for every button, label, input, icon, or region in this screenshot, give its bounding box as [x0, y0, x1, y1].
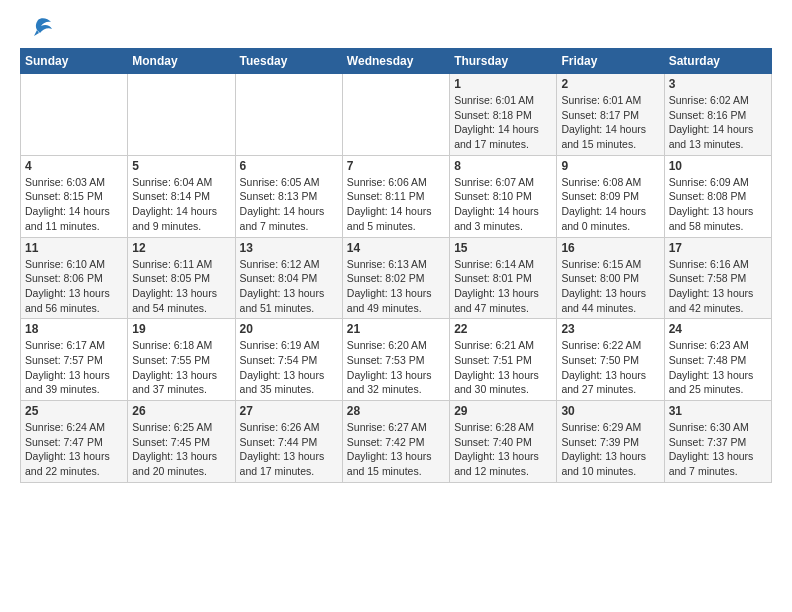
- day-info: Sunrise: 6:23 AM Sunset: 7:48 PM Dayligh…: [669, 338, 767, 397]
- weekday-header-saturday: Saturday: [664, 49, 771, 74]
- calendar-cell: 2Sunrise: 6:01 AM Sunset: 8:17 PM Daylig…: [557, 74, 664, 156]
- day-number: 11: [25, 241, 123, 255]
- day-info: Sunrise: 6:19 AM Sunset: 7:54 PM Dayligh…: [240, 338, 338, 397]
- calendar-cell: 1Sunrise: 6:01 AM Sunset: 8:18 PM Daylig…: [450, 74, 557, 156]
- calendar-week-4: 18Sunrise: 6:17 AM Sunset: 7:57 PM Dayli…: [21, 319, 772, 401]
- calendar-cell: [342, 74, 449, 156]
- calendar-cell: 23Sunrise: 6:22 AM Sunset: 7:50 PM Dayli…: [557, 319, 664, 401]
- day-info: Sunrise: 6:01 AM Sunset: 8:18 PM Dayligh…: [454, 93, 552, 152]
- weekday-header-tuesday: Tuesday: [235, 49, 342, 74]
- calendar-week-3: 11Sunrise: 6:10 AM Sunset: 8:06 PM Dayli…: [21, 237, 772, 319]
- calendar-cell: 26Sunrise: 6:25 AM Sunset: 7:45 PM Dayli…: [128, 401, 235, 483]
- day-info: Sunrise: 6:27 AM Sunset: 7:42 PM Dayligh…: [347, 420, 445, 479]
- calendar-cell: [235, 74, 342, 156]
- day-number: 8: [454, 159, 552, 173]
- day-info: Sunrise: 6:10 AM Sunset: 8:06 PM Dayligh…: [25, 257, 123, 316]
- calendar-week-2: 4Sunrise: 6:03 AM Sunset: 8:15 PM Daylig…: [21, 155, 772, 237]
- day-info: Sunrise: 6:21 AM Sunset: 7:51 PM Dayligh…: [454, 338, 552, 397]
- day-info: Sunrise: 6:16 AM Sunset: 7:58 PM Dayligh…: [669, 257, 767, 316]
- day-info: Sunrise: 6:01 AM Sunset: 8:17 PM Dayligh…: [561, 93, 659, 152]
- day-info: Sunrise: 6:11 AM Sunset: 8:05 PM Dayligh…: [132, 257, 230, 316]
- calendar-week-5: 25Sunrise: 6:24 AM Sunset: 7:47 PM Dayli…: [21, 401, 772, 483]
- weekday-header-friday: Friday: [557, 49, 664, 74]
- day-number: 18: [25, 322, 123, 336]
- page: SundayMondayTuesdayWednesdayThursdayFrid…: [0, 0, 792, 493]
- day-info: Sunrise: 6:08 AM Sunset: 8:09 PM Dayligh…: [561, 175, 659, 234]
- day-number: 10: [669, 159, 767, 173]
- calendar-cell: 19Sunrise: 6:18 AM Sunset: 7:55 PM Dayli…: [128, 319, 235, 401]
- day-number: 12: [132, 241, 230, 255]
- day-number: 30: [561, 404, 659, 418]
- day-number: 3: [669, 77, 767, 91]
- day-number: 4: [25, 159, 123, 173]
- calendar-cell: 9Sunrise: 6:08 AM Sunset: 8:09 PM Daylig…: [557, 155, 664, 237]
- day-number: 23: [561, 322, 659, 336]
- day-number: 20: [240, 322, 338, 336]
- calendar-cell: 3Sunrise: 6:02 AM Sunset: 8:16 PM Daylig…: [664, 74, 771, 156]
- day-info: Sunrise: 6:15 AM Sunset: 8:00 PM Dayligh…: [561, 257, 659, 316]
- calendar-cell: 8Sunrise: 6:07 AM Sunset: 8:10 PM Daylig…: [450, 155, 557, 237]
- day-number: 9: [561, 159, 659, 173]
- day-info: Sunrise: 6:20 AM Sunset: 7:53 PM Dayligh…: [347, 338, 445, 397]
- calendar-cell: 16Sunrise: 6:15 AM Sunset: 8:00 PM Dayli…: [557, 237, 664, 319]
- day-info: Sunrise: 6:13 AM Sunset: 8:02 PM Dayligh…: [347, 257, 445, 316]
- day-number: 17: [669, 241, 767, 255]
- day-info: Sunrise: 6:03 AM Sunset: 8:15 PM Dayligh…: [25, 175, 123, 234]
- calendar-cell: 20Sunrise: 6:19 AM Sunset: 7:54 PM Dayli…: [235, 319, 342, 401]
- calendar-cell: 7Sunrise: 6:06 AM Sunset: 8:11 PM Daylig…: [342, 155, 449, 237]
- day-number: 13: [240, 241, 338, 255]
- day-info: Sunrise: 6:18 AM Sunset: 7:55 PM Dayligh…: [132, 338, 230, 397]
- day-info: Sunrise: 6:09 AM Sunset: 8:08 PM Dayligh…: [669, 175, 767, 234]
- day-number: 2: [561, 77, 659, 91]
- day-info: Sunrise: 6:30 AM Sunset: 7:37 PM Dayligh…: [669, 420, 767, 479]
- calendar-cell: [128, 74, 235, 156]
- calendar-cell: 21Sunrise: 6:20 AM Sunset: 7:53 PM Dayli…: [342, 319, 449, 401]
- day-number: 25: [25, 404, 123, 418]
- calendar-cell: 28Sunrise: 6:27 AM Sunset: 7:42 PM Dayli…: [342, 401, 449, 483]
- calendar-cell: 18Sunrise: 6:17 AM Sunset: 7:57 PM Dayli…: [21, 319, 128, 401]
- calendar-cell: 30Sunrise: 6:29 AM Sunset: 7:39 PM Dayli…: [557, 401, 664, 483]
- day-info: Sunrise: 6:05 AM Sunset: 8:13 PM Dayligh…: [240, 175, 338, 234]
- calendar-cell: [21, 74, 128, 156]
- weekday-header-thursday: Thursday: [450, 49, 557, 74]
- day-info: Sunrise: 6:06 AM Sunset: 8:11 PM Dayligh…: [347, 175, 445, 234]
- calendar-table: SundayMondayTuesdayWednesdayThursdayFrid…: [20, 48, 772, 483]
- day-number: 31: [669, 404, 767, 418]
- calendar-cell: 5Sunrise: 6:04 AM Sunset: 8:14 PM Daylig…: [128, 155, 235, 237]
- day-number: 19: [132, 322, 230, 336]
- day-number: 26: [132, 404, 230, 418]
- day-info: Sunrise: 6:29 AM Sunset: 7:39 PM Dayligh…: [561, 420, 659, 479]
- logo: [20, 16, 53, 40]
- calendar-cell: 24Sunrise: 6:23 AM Sunset: 7:48 PM Dayli…: [664, 319, 771, 401]
- day-info: Sunrise: 6:24 AM Sunset: 7:47 PM Dayligh…: [25, 420, 123, 479]
- day-number: 29: [454, 404, 552, 418]
- day-info: Sunrise: 6:02 AM Sunset: 8:16 PM Dayligh…: [669, 93, 767, 152]
- day-number: 24: [669, 322, 767, 336]
- calendar-cell: 12Sunrise: 6:11 AM Sunset: 8:05 PM Dayli…: [128, 237, 235, 319]
- day-number: 1: [454, 77, 552, 91]
- weekday-header-wednesday: Wednesday: [342, 49, 449, 74]
- calendar-cell: 17Sunrise: 6:16 AM Sunset: 7:58 PM Dayli…: [664, 237, 771, 319]
- day-number: 28: [347, 404, 445, 418]
- calendar-cell: 25Sunrise: 6:24 AM Sunset: 7:47 PM Dayli…: [21, 401, 128, 483]
- day-info: Sunrise: 6:07 AM Sunset: 8:10 PM Dayligh…: [454, 175, 552, 234]
- calendar-cell: 10Sunrise: 6:09 AM Sunset: 8:08 PM Dayli…: [664, 155, 771, 237]
- day-info: Sunrise: 6:12 AM Sunset: 8:04 PM Dayligh…: [240, 257, 338, 316]
- calendar-cell: 11Sunrise: 6:10 AM Sunset: 8:06 PM Dayli…: [21, 237, 128, 319]
- day-info: Sunrise: 6:25 AM Sunset: 7:45 PM Dayligh…: [132, 420, 230, 479]
- day-info: Sunrise: 6:17 AM Sunset: 7:57 PM Dayligh…: [25, 338, 123, 397]
- logo-bird-icon: [23, 16, 53, 44]
- day-number: 14: [347, 241, 445, 255]
- day-info: Sunrise: 6:28 AM Sunset: 7:40 PM Dayligh…: [454, 420, 552, 479]
- calendar-cell: 27Sunrise: 6:26 AM Sunset: 7:44 PM Dayli…: [235, 401, 342, 483]
- calendar-cell: 22Sunrise: 6:21 AM Sunset: 7:51 PM Dayli…: [450, 319, 557, 401]
- calendar-cell: 13Sunrise: 6:12 AM Sunset: 8:04 PM Dayli…: [235, 237, 342, 319]
- calendar-week-1: 1Sunrise: 6:01 AM Sunset: 8:18 PM Daylig…: [21, 74, 772, 156]
- weekday-header-row: SundayMondayTuesdayWednesdayThursdayFrid…: [21, 49, 772, 74]
- header: [20, 16, 772, 40]
- calendar-cell: 4Sunrise: 6:03 AM Sunset: 8:15 PM Daylig…: [21, 155, 128, 237]
- day-info: Sunrise: 6:26 AM Sunset: 7:44 PM Dayligh…: [240, 420, 338, 479]
- weekday-header-sunday: Sunday: [21, 49, 128, 74]
- day-info: Sunrise: 6:14 AM Sunset: 8:01 PM Dayligh…: [454, 257, 552, 316]
- day-number: 21: [347, 322, 445, 336]
